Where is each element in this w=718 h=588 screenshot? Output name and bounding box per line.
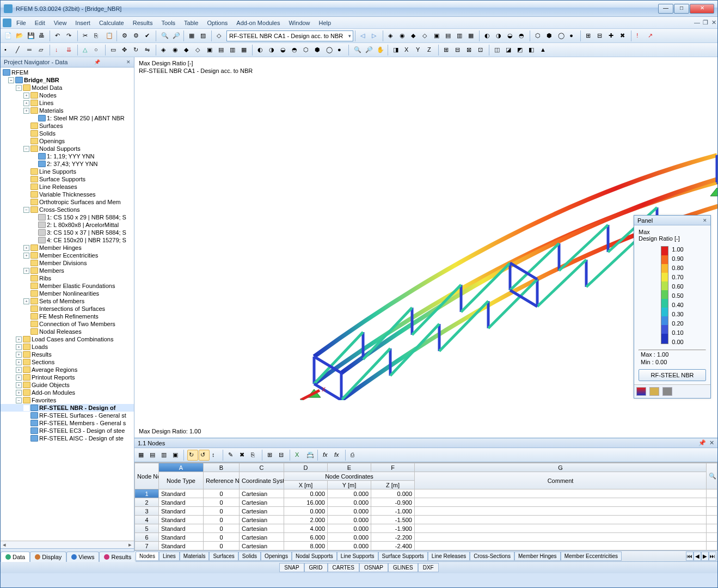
tb2-p-icon[interactable]: ● [336,45,347,56]
redo-icon[interactable]: ↷ [65,30,76,41]
tree-item[interactable]: Member Nonlinearities [1,290,134,297]
print-icon[interactable]: 🖶 [37,30,48,41]
save-icon[interactable]: 💾 [26,30,36,41]
tb2-f-icon[interactable]: ▤ [217,45,228,56]
tb2-b-icon[interactable]: ◉ [171,45,182,56]
tool-q-icon[interactable]: ⊞ [584,30,595,41]
tree-item[interactable]: +Sections [1,358,134,366]
app-menu-icon[interactable] [3,19,11,27]
paste-icon[interactable]: 📋 [104,30,115,41]
tab-linerel[interactable]: Line Releases [428,552,470,561]
tab-linesupp[interactable]: Line Supports [337,552,378,561]
tree-item[interactable]: 3: CS 150 x 37 | NBR 5884; S [1,229,134,236]
row-no[interactable]: 6 [135,533,159,542]
table-row[interactable]: 4 Standard0 Cartesian2.000 0.000-1.500 [135,516,717,524]
tree-item[interactable]: +Printout Reports [1,373,134,381]
navigator-close-icon[interactable]: ✕ [126,59,131,65]
tbl-calc-icon[interactable]: 📇 [305,450,316,461]
member-icon[interactable]: ═ [26,45,36,56]
navtab-display[interactable]: Display [30,552,66,562]
nav-scrollbar[interactable]: ◂ ▸ [1,541,134,548]
tree-item[interactable]: Member Elastic Foundations [1,282,134,290]
next-icon[interactable]: ▷ [370,30,381,41]
tree-item[interactable]: 1: Steel MR 250 | ABNT NBR [1,114,134,122]
tb2-u-icon[interactable]: ◫ [493,45,504,56]
col-letter-c[interactable]: C [240,463,284,472]
tree-item[interactable]: 2: 37,43; YYY YNN [1,160,134,168]
tool-j-icon[interactable]: ◑ [494,30,505,41]
tool-i-icon[interactable]: ◐ [483,30,494,41]
tree-item[interactable]: 2: L 80x80x8 | ArcelorMittal [1,221,134,229]
tree-item[interactable]: RF-STEEL AISC - Design of ste [1,434,134,442]
table-row[interactable]: 3 Standard0 Cartesian0.000 0.000-1.000 [135,507,717,516]
tree-item[interactable]: −Nodal Supports [1,145,134,152]
module-combo[interactable]: RF-STEEL NBR CA1 - Design acc. to NBR [226,30,353,41]
menu-help[interactable]: Help [315,19,335,27]
tab-crosssec[interactable]: Cross-Sections [470,552,514,561]
tree-item[interactable]: Connection of Two Members [1,320,134,328]
grid-icon[interactable]: ▨ [199,30,210,41]
navtab-data[interactable]: Data [1,552,30,562]
tool-n-icon[interactable]: ⬢ [545,30,556,41]
table-row[interactable]: 6 Standard0 Cartesian6.000 0.000-2.200 [135,533,717,542]
tool-m-icon[interactable]: ⬡ [533,30,544,41]
tbl-b-icon[interactable]: ▤ [148,450,159,461]
table-pin-icon[interactable]: 📌 [698,439,706,446]
tree-item[interactable]: −Favorites [1,396,134,404]
row-no[interactable]: 3 [135,507,159,516]
menu-addon[interactable]: Add-on Modules [232,19,284,27]
tree-item[interactable]: Nodal Releases [1,328,134,335]
tree-item[interactable]: 1: CS 150 x 29 | NBR 5884; S [1,213,134,221]
menu-calculate[interactable]: Calculate [95,19,128,27]
panel-close-icon[interactable]: ✕ [703,218,707,223]
menu-file[interactable]: File [13,19,30,27]
hinge-icon[interactable]: ○ [93,45,103,56]
check-icon[interactable]: ✔ [143,30,154,41]
panel-tab-colors-icon[interactable] [636,387,646,396]
search-icon[interactable]: 🔍 [159,30,170,41]
col-node-no[interactable]: Node No. [135,463,159,489]
new-icon[interactable]: 📄 [3,30,14,41]
status-osnap[interactable]: OSNAP [359,563,388,572]
tabnav-prev-icon[interactable]: ◀ [694,552,701,561]
navigator-tree[interactable]: RFEM −Bridge_NBR −Model Data +Nodes+Line… [1,68,134,541]
load-icon[interactable]: ↓ [53,45,64,56]
tb2-t-icon[interactable]: ⊡ [476,45,487,56]
menu-insert[interactable]: Insert [71,19,94,27]
row-no[interactable]: 1 [135,489,159,498]
tab-surfsupp[interactable]: Surface Supports [378,552,428,561]
tree-item[interactable]: +Loads [1,343,134,351]
tree-item[interactable]: +Members [1,267,134,274]
tree-item[interactable]: 4: CE 150x20 | NBR 15279; S [1,236,134,244]
tree-item[interactable]: +Guide Objects [1,381,134,389]
tool-b-icon[interactable]: ◉ [398,30,409,41]
node-icon[interactable]: • [3,45,14,56]
tb2-o-icon[interactable]: ◯ [324,45,335,56]
tb2-x-icon[interactable]: ◧ [527,45,538,56]
tb2-w-icon[interactable]: ◩ [516,45,526,56]
tree-item[interactable]: Surface Supports [1,175,134,183]
tb2-q-icon[interactable]: ⊞ [442,45,453,56]
row-no[interactable]: 7 [135,542,159,550]
menu-view[interactable]: View [50,19,71,27]
tree-item[interactable]: Member Divisions [1,259,134,267]
status-dxf[interactable]: DXF [418,563,439,572]
status-snap[interactable]: SNAP [279,563,304,572]
tree-item[interactable]: RF-STEEL Surfaces - General st [1,412,134,419]
zoom-fit-icon[interactable]: 🔍 [352,45,363,56]
navtab-results[interactable]: Results [99,552,136,562]
tb2-d-icon[interactable]: ◇ [194,45,205,56]
table-row[interactable]: 1 Standard0 Cartesian0.000 0.0000.000 [135,489,717,498]
tab-solids[interactable]: Solids [238,552,261,561]
panel-module-button[interactable]: RF-STEEL NBR [639,369,706,381]
tool-g-icon[interactable]: ▥ [455,30,466,41]
tree-item[interactable]: Intersections of Surfaces [1,305,134,313]
tbl-c-icon[interactable]: ▥ [159,450,170,461]
tbl-excel-icon[interactable]: X [293,450,304,461]
tree-item[interactable]: +Nodes [1,91,134,99]
row-no[interactable]: 4 [135,516,159,524]
tb2-h-icon[interactable]: ▦ [240,45,250,56]
status-cartes[interactable]: CARTES [328,563,359,572]
tb2-a-icon[interactable]: ◈ [159,45,170,56]
col-z[interactable]: Z [m] [371,481,415,489]
